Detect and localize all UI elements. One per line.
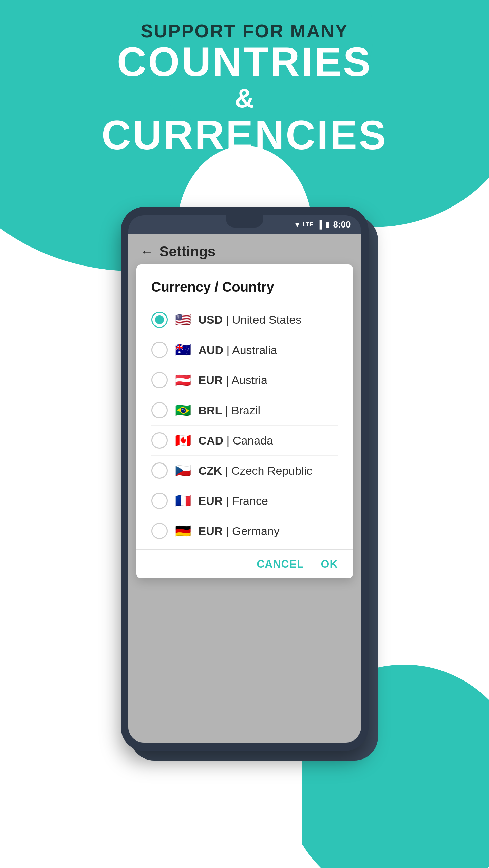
radio-unselected-7[interactable] [151,523,168,539]
flag-au: 🇦🇺 [175,342,191,357]
hero-title-countries: COUNTRIES [0,41,489,82]
hero-section: SUPPORT FOR MANY COUNTRIES & CURRENCIES [0,20,489,155]
phone-screen: ← Settings ✓ [128,234,361,743]
currency-cad: CAD | Canada [199,434,274,447]
radio-unselected-3[interactable] [151,402,168,418]
radio-selected[interactable] [151,312,168,328]
dialog-overlay: Currency / Country 🇺🇸 USD | United State… [128,234,361,743]
radio-option-0[interactable]: 🇺🇸 USD | United States [151,305,338,335]
hero-subtitle: SUPPORT FOR MANY [0,20,489,41]
currency-usd: USD | United States [199,313,302,327]
phone-frame: ▾ LTE ▐ ▮ 8:00 ← Settings [121,207,369,751]
dialog-actions: CANCEL OK [136,550,353,578]
flag-at: 🇦🇹 [175,373,191,388]
flag-br: 🇧🇷 [175,403,191,418]
currency-eur-at: EUR | Austria [199,374,267,387]
hero-ampersand: & [0,82,489,115]
radio-option-6[interactable]: 🇫🇷 EUR | France [151,486,338,516]
currency-dialog: Currency / Country 🇺🇸 USD | United State… [136,264,353,578]
flag-fr: 🇫🇷 [175,493,191,508]
radio-option-1[interactable]: 🇦🇺 AUD | Australia [151,335,338,365]
time-display: 8:00 [333,219,351,230]
ok-button[interactable]: OK [321,558,338,570]
signal-icon: ▐ [317,220,322,229]
currency-aud: AUD | Australia [199,343,277,357]
flag-ca: 🇨🇦 [175,433,191,448]
dialog-body: Currency / Country 🇺🇸 USD | United State… [136,264,353,549]
dialog-title: Currency / Country [151,279,338,295]
radio-unselected-5[interactable] [151,462,168,479]
flag-cz: 🇨🇿 [175,463,191,478]
flag-de: 🇩🇪 [175,524,191,538]
hero-title-currencies: CURRENCIES [0,115,489,155]
wifi-icon: ▾ [295,220,299,229]
radio-unselected-4[interactable] [151,432,168,449]
radio-option-2[interactable]: 🇦🇹 EUR | Austria [151,365,338,395]
radio-unselected-2[interactable] [151,372,168,388]
radio-option-7[interactable]: 🇩🇪 EUR | Germany [151,516,338,546]
status-icons: ▾ LTE ▐ ▮ 8:00 [295,219,351,230]
phone-notch [226,215,263,228]
currency-brl: BRL | Brazil [199,404,261,417]
currency-czk: CZK | Czech Republic [199,464,313,477]
radio-unselected-6[interactable] [151,493,168,509]
radio-unselected-1[interactable] [151,342,168,358]
phone-container: ▾ LTE ▐ ▮ 8:00 ← Settings [121,207,369,751]
lte-icon: LTE [302,221,314,228]
flag-us: 🇺🇸 [175,312,191,327]
cancel-button[interactable]: CANCEL [257,558,304,570]
radio-option-4[interactable]: 🇨🇦 CAD | Canada [151,426,338,456]
radio-option-5[interactable]: 🇨🇿 CZK | Czech Republic [151,456,338,486]
battery-icon: ▮ [325,220,330,229]
radio-option-3[interactable]: 🇧🇷 BRL | Brazil [151,395,338,426]
currency-eur-fr: EUR | France [199,494,268,508]
currency-eur-de: EUR | Germany [199,525,280,538]
